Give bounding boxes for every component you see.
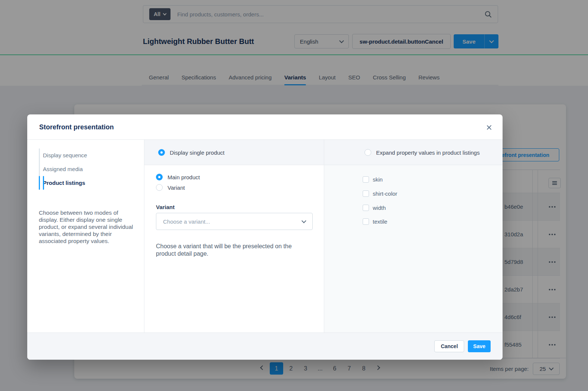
property-checkbox-width[interactable]	[363, 205, 369, 211]
variant-select[interactable]: Choose a variant...	[156, 213, 313, 230]
modal-cancel-button[interactable]: Cancel	[434, 340, 464, 352]
option-row: Main product	[156, 174, 200, 180]
property-label: width	[373, 205, 386, 211]
option-row: Display single product	[158, 149, 225, 156]
modal-header: Storefront presentation	[27, 114, 503, 140]
expand-properties-radio[interactable]	[365, 149, 371, 156]
nav-item-display-sequence[interactable]: Display sequence	[39, 148, 132, 162]
display-single-product-radio[interactable]	[158, 149, 165, 156]
property-row: width	[363, 205, 386, 211]
property-label: textile	[373, 218, 387, 225]
option-row: Variant	[156, 184, 185, 191]
variant-radio-label: Variant	[168, 185, 185, 191]
variant-radio[interactable]	[156, 184, 163, 191]
storefront-presentation-modal: Storefront presentation Display sequence…	[27, 114, 503, 360]
variant-select-placeholder: Choose a variant...	[163, 218, 210, 225]
modal-save-button[interactable]: Save	[468, 340, 491, 352]
single-product-column: Display single product Main product Vari…	[144, 140, 324, 332]
main-product-label: Main product	[168, 174, 200, 180]
single-product-option-band: Display single product	[144, 140, 324, 165]
expand-properties-option-band: Expand property values in product listin…	[324, 140, 503, 165]
modal-nav: Display sequence Assigned media Product …	[39, 148, 132, 190]
main-product-radio[interactable]	[156, 174, 163, 180]
modal-body: Display sequence Assigned media Product …	[27, 140, 503, 332]
variant-hint-text: Choose a variant that will be the presel…	[156, 243, 305, 257]
app-window: All Lightweight Rubber Butter Butt Engli…	[0, 0, 588, 391]
modal-title: Storefront presentation	[39, 114, 114, 140]
display-single-product-label: Display single product	[170, 149, 225, 156]
variant-field-label: Variant	[156, 204, 175, 210]
property-row: skin	[363, 176, 383, 183]
nav-item-assigned-media[interactable]: Assigned media	[39, 162, 132, 176]
expand-properties-column: Expand property values in product listin…	[324, 140, 503, 332]
property-checkbox-skin[interactable]	[363, 176, 369, 183]
expand-properties-label: Expand property values in product listin…	[376, 149, 480, 156]
close-button[interactable]	[484, 123, 492, 132]
modal-sidebar: Display sequence Assigned media Product …	[27, 140, 144, 332]
property-checkbox-textile[interactable]	[363, 218, 369, 225]
close-icon	[486, 124, 492, 130]
property-row: shirt-color	[363, 190, 397, 197]
property-label: skin	[373, 176, 383, 183]
property-row: textile	[363, 218, 387, 225]
property-checkbox-shirt-color[interactable]	[363, 190, 369, 197]
mode-description: Choose between two modes of display. Eit…	[39, 209, 137, 245]
option-row: Expand property values in product listin…	[365, 149, 480, 156]
nav-item-product-listings[interactable]: Product listings	[39, 176, 132, 190]
property-label: shirt-color	[373, 190, 397, 197]
modal-footer: Cancel Save	[27, 332, 503, 360]
chevron-down-icon	[301, 218, 306, 223]
